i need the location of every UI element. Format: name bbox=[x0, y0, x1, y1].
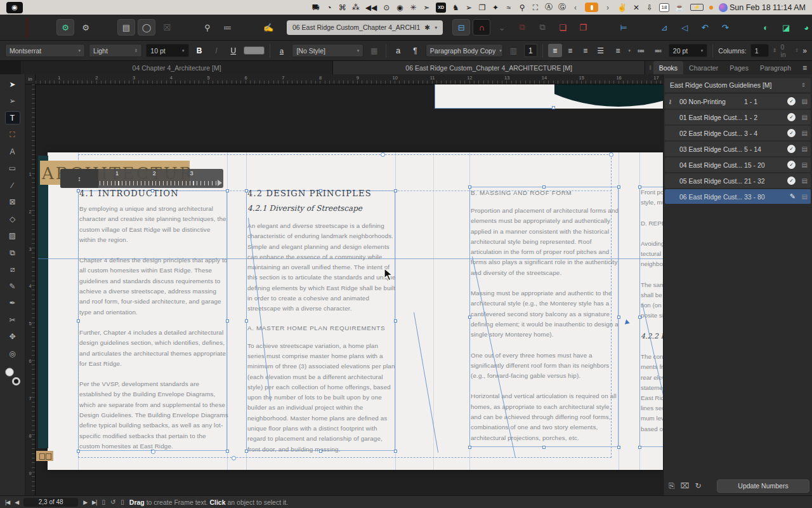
fill-swatch[interactable] bbox=[12, 377, 20, 385]
tab-pages[interactable]: Pages bbox=[724, 61, 754, 74]
snap-magnet-icon[interactable]: ∩ bbox=[473, 19, 490, 36]
rotate-cw-icon[interactable]: ↷ bbox=[716, 19, 734, 36]
panel-grip-icon[interactable]: ‖ bbox=[648, 61, 653, 74]
pencil-tool[interactable]: ✎ bbox=[5, 279, 20, 293]
horizontal-ruler[interactable]: 1234567891011121314151617 bbox=[36, 74, 663, 84]
crop-status-icon[interactable]: ⛶ bbox=[532, 3, 539, 13]
asterisk-icon[interactable]: ⁂ bbox=[352, 3, 360, 13]
hand-tool[interactable]: ✥ bbox=[5, 330, 20, 344]
bold-button[interactable]: B bbox=[193, 44, 206, 57]
truck-icon[interactable]: ⛟ bbox=[312, 3, 320, 13]
disabled-export-icon[interactable]: ☒ bbox=[158, 19, 176, 36]
font-size-input[interactable]: 10 pt▾ bbox=[146, 44, 188, 57]
tab-books[interactable]: Books bbox=[653, 61, 683, 74]
sep[interactable] bbox=[97, 19, 115, 36]
accessibility-icon[interactable]: Ⓐ bbox=[545, 3, 553, 13]
paragraph-format-dropdown[interactable]: ≡ bbox=[612, 44, 625, 57]
tab-paragraph[interactable]: Paragraph bbox=[754, 61, 797, 74]
vertical-ruler[interactable]: 123456789 bbox=[25, 84, 36, 495]
pin-icon[interactable]: ⚲ bbox=[199, 19, 216, 36]
frame-handle[interactable] bbox=[542, 185, 546, 189]
gradient-tool[interactable]: ▨ bbox=[5, 229, 20, 243]
boolean-intersect-icon[interactable]: ◕ bbox=[797, 19, 812, 36]
doc-tab-06[interactable]: 06 East Ridge Custom_Chapter 4_ARCHITECT… bbox=[333, 61, 645, 74]
paragraph-style-select[interactable]: Paragraph Body Copy▾ bbox=[426, 44, 503, 57]
column-3-text[interactable]: B. MASSING AND ROOF FORMProportion and p… bbox=[471, 187, 620, 453]
measure-drag-handle[interactable]: ↕ bbox=[60, 169, 98, 188]
frame-handle[interactable] bbox=[226, 450, 229, 453]
align-center-icon[interactable]: ≡ bbox=[563, 44, 577, 57]
document-switcher-dropdown[interactable]: 06 East Ridge Custom_Chapter 4_ARCHI1 ✱ … bbox=[287, 20, 443, 35]
leading-input[interactable]: 20 pt▾ bbox=[669, 44, 707, 57]
frame-handle[interactable] bbox=[77, 450, 80, 453]
unlink-frames-icon[interactable]: ⧉ bbox=[534, 19, 551, 36]
stroke-swatch[interactable] bbox=[5, 368, 14, 377]
siri-icon[interactable] bbox=[719, 3, 728, 12]
next-spread-button[interactable]: ▶ bbox=[83, 499, 87, 505]
font-family-select[interactable]: Montserrat▾ bbox=[5, 44, 85, 57]
link-frames-icon[interactable]: ⧉ bbox=[513, 19, 531, 36]
send-backward-icon[interactable]: ❐ bbox=[574, 19, 592, 36]
gear-status-icon[interactable]: ✳ bbox=[409, 3, 417, 13]
window-icon[interactable]: ❐ bbox=[478, 3, 486, 13]
outline-list-icon[interactable]: ≔ bbox=[219, 19, 237, 36]
sep[interactable] bbox=[594, 19, 612, 36]
selection-circle-handle[interactable] bbox=[609, 152, 613, 157]
boolean-add-icon[interactable]: ◐ bbox=[757, 19, 775, 36]
frame-handle[interactable] bbox=[468, 446, 471, 449]
xd-icon[interactable]: XD bbox=[436, 3, 446, 13]
align-right-icon[interactable]: ≡ bbox=[579, 44, 593, 57]
knife-tool[interactable]: ✂ bbox=[5, 313, 20, 326]
unicorn-icon[interactable]: ♞ bbox=[452, 3, 459, 13]
transform-tool[interactable]: ⧉ bbox=[5, 246, 20, 259]
last-spread-button[interactable]: ▶| bbox=[92, 499, 96, 505]
text-frame-options-icon[interactable]: ⊟ bbox=[452, 19, 470, 36]
drop-cap-icon[interactable]: ▥ bbox=[507, 44, 520, 57]
preferences-gear-icon[interactable]: ⚙ bbox=[56, 19, 74, 36]
eyedropper-tool[interactable]: ✒ bbox=[5, 297, 20, 310]
evernote-icon[interactable]: ✦ bbox=[492, 3, 499, 13]
battery-icon[interactable]: ⚡ bbox=[690, 4, 704, 11]
frame-handle[interactable] bbox=[151, 189, 154, 192]
frame-handle[interactable] bbox=[468, 316, 471, 319]
crop-tool[interactable]: ⧄ bbox=[5, 263, 20, 276]
frame-handle[interactable] bbox=[617, 316, 620, 319]
character-panel-icon[interactable]: a bbox=[391, 44, 405, 57]
fill-stroke-indicator[interactable] bbox=[5, 368, 20, 385]
character-style-select[interactable]: [No Style]▾ bbox=[292, 44, 363, 57]
book-row-05[interactable]: 05 East Ridge Cust... 21 - 32 ✓ ✎ ▤ bbox=[665, 173, 811, 188]
orange-dot-icon[interactable] bbox=[709, 6, 713, 10]
timer-icon[interactable]: ⊙ bbox=[383, 3, 390, 13]
sep[interactable] bbox=[635, 19, 653, 36]
cup-icon[interactable]: ☕ bbox=[675, 3, 684, 13]
chevron-left-icon[interactable]: ‹ bbox=[572, 3, 579, 13]
frame-tool[interactable]: ⛶ bbox=[5, 128, 20, 142]
frame-handle[interactable] bbox=[319, 189, 322, 192]
frame-handle[interactable] bbox=[638, 316, 641, 319]
menu-bar-clock[interactable]: Sun Feb 18 11:14 AM bbox=[730, 3, 806, 12]
columns-input[interactable]: 1 bbox=[750, 44, 769, 57]
selection-tool[interactable]: ➤ bbox=[5, 77, 20, 91]
selection-circle-handle[interactable] bbox=[232, 456, 236, 460]
numbered-list-button[interactable]: ≕ bbox=[652, 44, 665, 57]
underline-button[interactable]: U bbox=[226, 44, 240, 57]
expand-bar-button[interactable]: » bbox=[802, 46, 807, 55]
clock-app-icon[interactable]: ◔ bbox=[325, 3, 333, 13]
ruler-unit-corner[interactable]: in bbox=[25, 74, 36, 84]
picture-frame-tool[interactable]: ⊠ bbox=[5, 196, 20, 209]
frame-handle[interactable] bbox=[394, 319, 397, 323]
close-status-icon[interactable]: ✕ bbox=[632, 3, 640, 13]
pages-view-icon[interactable]: ▯ bbox=[121, 498, 124, 505]
download-icon[interactable]: ⇩ bbox=[646, 3, 653, 13]
calendar-icon[interactable]: 18 bbox=[659, 3, 669, 12]
panel-menu-icon[interactable]: ≡ bbox=[797, 61, 812, 74]
sep[interactable] bbox=[239, 19, 257, 36]
delete-document-icon[interactable]: ⌧ bbox=[681, 481, 690, 490]
frame-handle[interactable] bbox=[394, 189, 397, 192]
boolean-subtract-icon[interactable]: ◪ bbox=[777, 19, 795, 36]
book-row-01[interactable]: 01 East Ridge Cust... 1 - 2 ✓ ✎ ▤ bbox=[665, 110, 811, 124]
line-tool[interactable]: ∕ bbox=[5, 178, 20, 192]
sep[interactable] bbox=[178, 19, 196, 36]
apple-menu[interactable]: ◉ bbox=[6, 2, 23, 13]
microphone-icon[interactable] bbox=[585, 3, 598, 12]
